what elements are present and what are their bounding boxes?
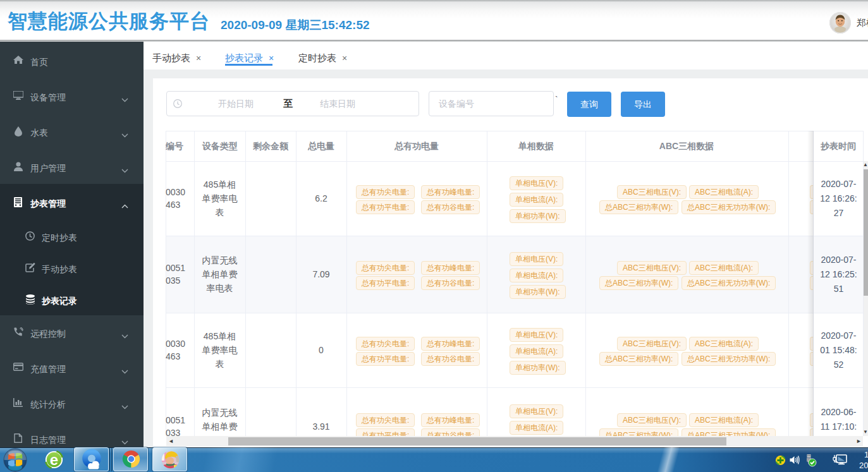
svg-text:e: e — [50, 451, 58, 468]
